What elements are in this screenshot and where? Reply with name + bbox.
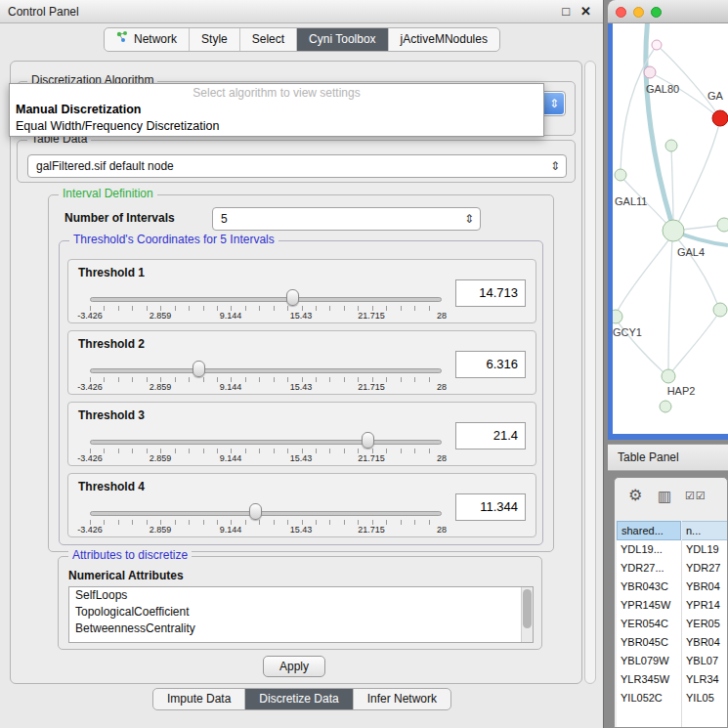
tick-label: 15.43 bbox=[290, 453, 313, 463]
cell[interactable]: YDR27... bbox=[617, 559, 681, 578]
slider-thumb[interactable] bbox=[249, 503, 262, 520]
slider-track[interactable] bbox=[90, 440, 442, 445]
table-row[interactable]: YER054CYER05 bbox=[617, 615, 728, 633]
mac-minimize-icon[interactable] bbox=[633, 7, 644, 18]
cell[interactable]: YLR345W bbox=[617, 670, 681, 689]
cell[interactable]: YBR043C bbox=[617, 578, 681, 596]
column-header-shared-name[interactable]: shared... bbox=[617, 521, 681, 540]
dropdown-option-manual[interactable]: Manual Discretization bbox=[10, 102, 543, 118]
cell[interactable]: YER054C bbox=[617, 615, 681, 633]
list-item[interactable]: BetweennessCentrality bbox=[69, 621, 533, 637]
select-columns-icon[interactable]: ☑☑ bbox=[685, 490, 707, 502]
cell[interactable]: YDR27 bbox=[681, 559, 728, 578]
network-node-gal80[interactable] bbox=[644, 66, 656, 78]
network-node-gcy1[interactable] bbox=[613, 310, 622, 323]
network-node[interactable] bbox=[615, 169, 626, 181]
tab-network[interactable]: Network bbox=[105, 28, 189, 51]
table-row[interactable]: YBL079WYBL07 bbox=[617, 652, 728, 670]
network-node[interactable] bbox=[652, 40, 662, 50]
tick-label: 2.859 bbox=[150, 525, 172, 535]
table-row[interactable]: YBR045CYBR04 bbox=[617, 633, 728, 652]
cell[interactable]: YDL19... bbox=[617, 540, 681, 559]
dropdown-option-equal-width[interactable]: Equal Width/Frequency Discretization bbox=[10, 118, 543, 135]
network-window-titlebar bbox=[608, 0, 728, 23]
slider-thumb[interactable] bbox=[286, 289, 299, 306]
threshold-3-panel: Threshold 3 -3.426 2.859 9.144 15.43 21.… bbox=[67, 402, 536, 466]
threshold-value-field[interactable]: 6.316 bbox=[455, 351, 526, 378]
cell[interactable]: YBL07 bbox=[681, 652, 728, 670]
combobox-arrows-icon: ⇕ bbox=[464, 208, 474, 230]
mac-zoom-icon[interactable] bbox=[651, 7, 662, 18]
columns-icon[interactable]: ▥ bbox=[658, 488, 671, 505]
threshold-value-field[interactable]: 11.344 bbox=[455, 493, 526, 521]
list-scrollbar[interactable] bbox=[521, 587, 533, 642]
slider-track[interactable] bbox=[90, 511, 442, 516]
tab-jactivemnodules[interactable]: jActiveMNodules bbox=[388, 28, 499, 51]
scrollbar-thumb[interactable] bbox=[523, 589, 532, 628]
table-row[interactable]: YBR043CYBR04 bbox=[617, 578, 728, 596]
tab-impute-data[interactable]: Impute Data bbox=[153, 689, 244, 709]
table-row[interactable]: YPR145WYPR14 bbox=[617, 596, 728, 615]
tab-group: Network Style Select Cyni Toolbox jActiv… bbox=[104, 27, 500, 52]
cell[interactable]: YER05 bbox=[681, 615, 728, 633]
network-node-red[interactable] bbox=[712, 110, 728, 126]
cell[interactable]: YPR14 bbox=[681, 596, 728, 615]
tab-discretize-data[interactable]: Discretize Data bbox=[244, 689, 352, 709]
cell[interactable]: YBR045C bbox=[617, 633, 681, 652]
screen: Control Panel □ ✕ Network bbox=[0, 0, 728, 728]
threshold-4-panel: Threshold 4 -3.426 2.859 9.144 15.43 21.… bbox=[67, 473, 536, 537]
network-node[interactable] bbox=[660, 401, 671, 412]
tab-infer-network[interactable]: Infer Network bbox=[353, 689, 450, 709]
tick-label: 21.715 bbox=[358, 525, 385, 535]
gear-icon[interactable]: ⚙ bbox=[628, 486, 642, 504]
panel-title: Control Panel bbox=[8, 0, 79, 23]
bottom-tab-bar: Impute Data Discretize Data Infer Networ… bbox=[0, 688, 604, 710]
table-panel-titlebar: Table Panel bbox=[608, 444, 728, 471]
list-item[interactable]: TopologicalCoefficient bbox=[69, 604, 533, 621]
tick-label: 28 bbox=[437, 382, 447, 392]
tab-select[interactable]: Select bbox=[239, 28, 296, 51]
network-canvas[interactable]: GAL80 GA GAL11 GAL4 GCY1 HAP2 bbox=[608, 23, 728, 440]
network-node[interactable] bbox=[713, 303, 727, 317]
threshold-value-field[interactable]: 21.4 bbox=[455, 422, 526, 450]
threshold-label: Threshold 4 bbox=[78, 480, 145, 493]
cell[interactable]: YIL052C bbox=[617, 689, 681, 707]
tick-label: -3.426 bbox=[77, 311, 103, 321]
table-row[interactable]: YDR27...YDR27 bbox=[617, 559, 728, 578]
list-item[interactable]: SelfLoops bbox=[69, 587, 533, 604]
network-node[interactable] bbox=[717, 218, 728, 232]
tick-label: 2.859 bbox=[150, 311, 172, 321]
cell[interactable]: YBR04 bbox=[681, 578, 728, 596]
table-row[interactable]: YIL052CYIL05 bbox=[617, 689, 728, 707]
column-header-name[interactable]: n... bbox=[682, 521, 728, 540]
attributes-list[interactable]: SelfLoops TopologicalCoefficient Between… bbox=[68, 586, 534, 643]
close-icon[interactable]: ✕ bbox=[580, 4, 591, 19]
cell[interactable]: YPR145W bbox=[617, 596, 681, 615]
slider-thumb[interactable] bbox=[362, 432, 374, 449]
slider-track[interactable] bbox=[90, 368, 442, 373]
float-window-icon[interactable]: □ bbox=[562, 4, 570, 19]
cell[interactable]: YBL079W bbox=[617, 652, 681, 670]
num-intervals-combobox[interactable]: 5 ⇕ bbox=[212, 207, 481, 231]
control-panel-scrollbar[interactable] bbox=[584, 61, 596, 684]
tab-label: Style bbox=[201, 28, 228, 51]
table-row[interactable]: YDL19...YDL19 bbox=[617, 540, 728, 559]
mac-close-icon[interactable] bbox=[616, 7, 626, 18]
network-node[interactable] bbox=[665, 140, 677, 151]
threshold-value-field[interactable]: 14.713 bbox=[455, 279, 526, 307]
table-data-combobox[interactable]: galFiltered.sif default node ⇕ bbox=[27, 154, 567, 178]
network-node-gal4[interactable] bbox=[663, 220, 684, 241]
slider-track[interactable] bbox=[90, 297, 442, 302]
cell[interactable]: YIL05 bbox=[681, 689, 728, 707]
network-node-hap2[interactable] bbox=[662, 369, 675, 383]
table-row[interactable]: YLR345WYLR34 bbox=[617, 670, 728, 689]
cell[interactable]: YDL19 bbox=[681, 540, 728, 559]
num-intervals-label: Number of Intervals bbox=[64, 211, 175, 225]
cell[interactable]: YLR34 bbox=[681, 670, 728, 689]
slider-thumb[interactable] bbox=[193, 361, 205, 377]
cell[interactable]: YBR04 bbox=[681, 633, 728, 652]
tab-style[interactable]: Style bbox=[189, 28, 239, 51]
combobox-arrows-icon[interactable]: ⇕ bbox=[544, 93, 564, 114]
apply-button[interactable]: Apply bbox=[263, 656, 325, 677]
tab-cyni-toolbox[interactable]: Cyni Toolbox bbox=[296, 28, 387, 51]
